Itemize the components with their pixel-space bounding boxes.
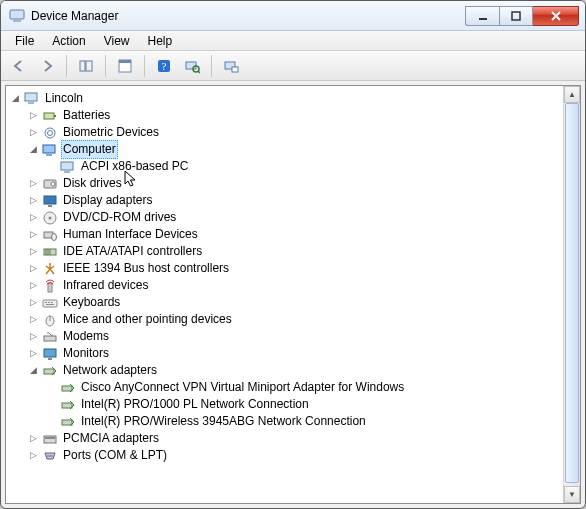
- scroll-track[interactable]: [564, 103, 580, 486]
- mouse-icon: [42, 312, 58, 328]
- infrared-icon: [42, 278, 58, 294]
- svg-rect-1: [13, 20, 21, 22]
- svg-rect-22: [46, 154, 52, 156]
- tree-item-display[interactable]: ▷ Display adapters: [28, 192, 561, 209]
- network-adapter-icon: [60, 397, 76, 413]
- expand-icon[interactable]: ▷: [28, 192, 39, 209]
- tree-item-net-cisco[interactable]: Cisco AnyConnect VPN Virtual Miniport Ad…: [46, 379, 561, 396]
- expand-icon[interactable]: ▷: [28, 328, 39, 345]
- window-title: Device Manager: [31, 9, 118, 23]
- collapse-icon[interactable]: ◢: [28, 141, 39, 158]
- tree-item-mice[interactable]: ▷ Mice and other pointing devices: [28, 311, 561, 328]
- titlebar[interactable]: Device Manager: [1, 1, 585, 31]
- svg-rect-28: [48, 205, 52, 207]
- hid-icon: [42, 227, 58, 243]
- expand-icon[interactable]: ▷: [28, 430, 39, 447]
- expand-icon[interactable]: ▷: [28, 447, 39, 464]
- tree-item-dvd[interactable]: ▷ DVD/CD-ROM drives: [28, 209, 561, 226]
- tree-item-acpi[interactable]: ACPI x86-based PC: [46, 158, 561, 175]
- minimize-button[interactable]: [465, 6, 499, 26]
- svg-point-20: [48, 130, 53, 135]
- menu-view[interactable]: View: [96, 32, 138, 50]
- tree-item-net-intel-1000[interactable]: Intel(R) PRO/1000 PL Network Connection: [46, 396, 561, 413]
- device-config-button[interactable]: [219, 54, 243, 78]
- menu-file[interactable]: File: [7, 32, 42, 50]
- collapse-icon[interactable]: ◢: [28, 362, 39, 379]
- tree-item-infrared[interactable]: ▷ Infrared devices: [28, 277, 561, 294]
- tree-item-monitors[interactable]: ▷ Monitors: [28, 345, 561, 362]
- expand-icon[interactable]: ▷: [28, 345, 39, 362]
- vertical-scrollbar[interactable]: ▲ ▼: [563, 86, 580, 503]
- scroll-down-button[interactable]: ▼: [564, 486, 580, 503]
- svg-rect-18: [54, 115, 56, 117]
- svg-point-54: [47, 455, 49, 457]
- tree-item-ide[interactable]: ▷ IDE ATA/ATAPI controllers: [28, 243, 561, 260]
- svg-rect-41: [51, 302, 53, 303]
- svg-rect-7: [119, 60, 131, 63]
- tree-item-net-intel-wireless[interactable]: Intel(R) PRO/Wireless 3945ABG Network Co…: [46, 413, 561, 430]
- scroll-up-button[interactable]: ▲: [564, 86, 580, 103]
- tree-item-modems[interactable]: ▷ Modems: [28, 328, 561, 345]
- expand-icon[interactable]: ▷: [28, 294, 39, 311]
- svg-rect-24: [64, 171, 70, 173]
- disk-icon: [42, 176, 58, 192]
- menubar: File Action View Help: [1, 31, 585, 51]
- tree-item-hid[interactable]: ▷ Human Interface Devices: [28, 226, 561, 243]
- menu-help[interactable]: Help: [140, 32, 181, 50]
- back-button[interactable]: [7, 54, 31, 78]
- tree-item-biometric[interactable]: ▷ Biometric Devices: [28, 124, 561, 141]
- tree-root-label: Lincoln: [43, 90, 85, 107]
- tree-item-batteries[interactable]: ▷ Batteries: [28, 107, 561, 124]
- help-button[interactable]: ?: [152, 54, 176, 78]
- modem-icon: [42, 329, 58, 345]
- tree-item-pcmcia[interactable]: ▷ PCMCIA adapters: [28, 430, 561, 447]
- svg-rect-38: [43, 300, 57, 307]
- tree-item-computer-label: Computer: [61, 140, 118, 159]
- device-tree[interactable]: ◢ Lincoln ▷ Batteries ▷ Biometric Device: [6, 86, 563, 503]
- scan-hardware-button[interactable]: [180, 54, 204, 78]
- svg-rect-42: [46, 304, 54, 305]
- svg-rect-16: [28, 102, 34, 104]
- network-adapter-icon: [60, 380, 76, 396]
- tree-item-computer[interactable]: ◢ Computer: [28, 141, 561, 158]
- svg-rect-37: [48, 283, 52, 292]
- properties-button[interactable]: [113, 54, 137, 78]
- svg-text:?: ?: [162, 60, 167, 72]
- toolbar-separator: [66, 55, 67, 77]
- tree-item-network[interactable]: ◢ Network adapters: [28, 362, 561, 379]
- expand-icon[interactable]: ▷: [28, 107, 39, 124]
- collapse-icon[interactable]: ◢: [10, 90, 21, 107]
- expand-icon[interactable]: ▷: [28, 243, 39, 260]
- network-icon: [42, 363, 58, 379]
- tree-item-ports[interactable]: ▷ Ports (COM & LPT): [28, 447, 561, 464]
- expand-icon[interactable]: ▷: [28, 226, 39, 243]
- menu-action[interactable]: Action: [44, 32, 93, 50]
- scroll-thumb[interactable]: [565, 103, 579, 483]
- computer-device-icon: [60, 159, 76, 175]
- svg-rect-4: [80, 61, 85, 71]
- tree-item-disk[interactable]: ▷ Disk drives: [28, 175, 561, 192]
- svg-rect-45: [44, 336, 56, 341]
- keyboard-icon: [42, 295, 58, 311]
- svg-point-32: [52, 233, 57, 240]
- svg-rect-23: [61, 162, 73, 170]
- expand-icon[interactable]: ▷: [28, 124, 39, 141]
- forward-button[interactable]: [35, 54, 59, 78]
- expand-icon[interactable]: ▷: [28, 277, 39, 294]
- maximize-button[interactable]: [499, 6, 533, 26]
- svg-rect-15: [25, 93, 37, 101]
- tree-item-keyboards[interactable]: ▷ Keyboards: [28, 294, 561, 311]
- device-manager-window: Device Manager File Action View Help: [0, 0, 586, 509]
- expand-icon[interactable]: ▷: [28, 209, 39, 226]
- expand-icon[interactable]: ▷: [28, 311, 39, 328]
- dvd-icon: [42, 210, 58, 226]
- svg-rect-48: [44, 369, 54, 374]
- show-hide-tree-button[interactable]: [74, 54, 98, 78]
- expand-icon[interactable]: ▷: [28, 175, 39, 192]
- tree-item-ieee1394[interactable]: ▷ IEEE 1394 Bus host controllers: [28, 260, 561, 277]
- expand-icon[interactable]: ▷: [28, 260, 39, 277]
- biometric-icon: [42, 125, 58, 141]
- svg-rect-0: [10, 10, 24, 19]
- close-button[interactable]: [533, 6, 579, 26]
- tree-root[interactable]: ◢ Lincoln: [10, 90, 561, 107]
